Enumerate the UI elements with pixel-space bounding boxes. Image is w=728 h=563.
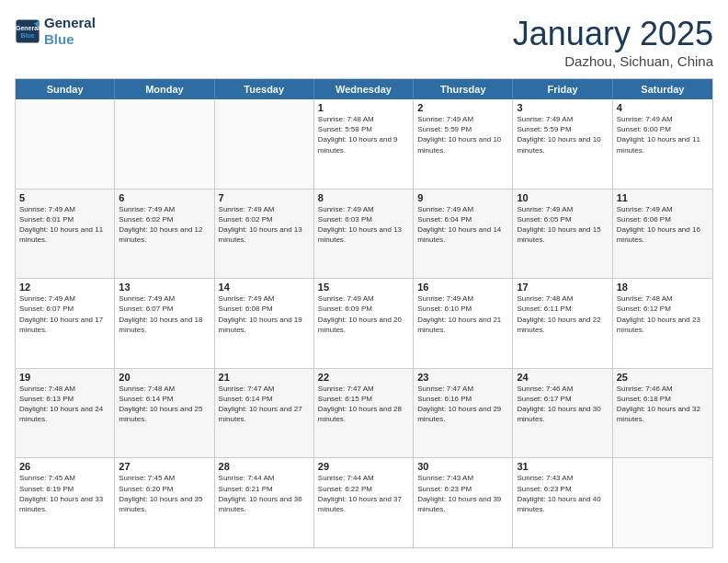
svg-text:Blue: Blue: [20, 32, 34, 39]
logo-text-line1: General: [44, 15, 96, 31]
day-number: 17: [517, 282, 608, 293]
cell-info: Sunrise: 7:48 AM Sunset: 6:12 PM Dayligh…: [617, 293, 709, 335]
calendar-cell: 18Sunrise: 7:48 AM Sunset: 6:12 PM Dayli…: [613, 279, 712, 368]
cell-info: Sunrise: 7:43 AM Sunset: 6:23 PM Dayligh…: [517, 473, 608, 514]
cell-info: Sunrise: 7:49 AM Sunset: 6:10 PM Dayligh…: [417, 293, 508, 335]
cell-info: Sunrise: 7:49 AM Sunset: 6:07 PM Dayligh…: [19, 293, 110, 335]
calendar-cell: 29Sunrise: 7:44 AM Sunset: 6:22 PM Dayli…: [314, 458, 414, 547]
day-number: 13: [119, 282, 210, 293]
title-block: January 2025 Dazhou, Sichuan, China: [513, 15, 713, 69]
calendar-row-4: 26Sunrise: 7:45 AM Sunset: 6:19 PM Dayli…: [16, 457, 712, 547]
calendar-cell: 24Sunrise: 7:46 AM Sunset: 6:17 PM Dayli…: [513, 369, 612, 458]
day-number: 8: [318, 192, 409, 203]
cell-info: Sunrise: 7:44 AM Sunset: 6:21 PM Dayligh…: [219, 473, 310, 514]
calendar-cell: [613, 458, 712, 547]
day-number: 28: [219, 461, 310, 472]
header-sunday: Sunday: [16, 79, 115, 99]
calendar-cell: 9Sunrise: 7:49 AM Sunset: 6:04 PM Daylig…: [414, 190, 513, 279]
calendar-cell: 22Sunrise: 7:47 AM Sunset: 6:15 PM Dayli…: [314, 369, 414, 458]
logo: General Blue General Blue: [15, 15, 96, 48]
cell-info: Sunrise: 7:49 AM Sunset: 6:06 PM Dayligh…: [617, 204, 709, 246]
calendar-cell: 15Sunrise: 7:49 AM Sunset: 6:09 PM Dayli…: [314, 279, 414, 368]
calendar-cell: 21Sunrise: 7:47 AM Sunset: 6:14 PM Dayli…: [215, 369, 314, 458]
calendar-cell: 1Sunrise: 7:48 AM Sunset: 5:58 PM Daylig…: [314, 99, 414, 189]
cell-info: Sunrise: 7:47 AM Sunset: 6:16 PM Dayligh…: [417, 384, 508, 425]
cell-info: Sunrise: 7:47 AM Sunset: 6:14 PM Dayligh…: [219, 384, 310, 425]
logo-text-line2: Blue: [44, 31, 96, 48]
day-number: 21: [219, 372, 310, 383]
day-number: 23: [417, 372, 508, 383]
calendar-cell: 31Sunrise: 7:43 AM Sunset: 6:23 PM Dayli…: [513, 458, 612, 547]
calendar-row-2: 12Sunrise: 7:49 AM Sunset: 6:07 PM Dayli…: [16, 278, 712, 368]
day-number: 25: [617, 372, 709, 383]
day-number: 24: [517, 372, 608, 383]
day-number: 16: [417, 282, 508, 293]
calendar-cell: 16Sunrise: 7:49 AM Sunset: 6:10 PM Dayli…: [414, 279, 513, 368]
calendar-cell: 11Sunrise: 7:49 AM Sunset: 6:06 PM Dayli…: [613, 190, 712, 279]
location: Dazhou, Sichuan, China: [513, 53, 713, 69]
calendar-cell: 28Sunrise: 7:44 AM Sunset: 6:21 PM Dayli…: [215, 458, 314, 547]
calendar-cell: [16, 99, 115, 189]
calendar-header: Sunday Monday Tuesday Wednesday Thursday…: [16, 79, 712, 99]
calendar-cell: 7Sunrise: 7:49 AM Sunset: 6:02 PM Daylig…: [215, 190, 314, 279]
cell-info: Sunrise: 7:49 AM Sunset: 6:00 PM Dayligh…: [617, 114, 709, 155]
calendar-cell: 17Sunrise: 7:48 AM Sunset: 6:11 PM Dayli…: [513, 279, 612, 368]
cell-info: Sunrise: 7:49 AM Sunset: 6:08 PM Dayligh…: [219, 293, 310, 335]
day-number: 19: [19, 372, 110, 383]
calendar-cell: 20Sunrise: 7:48 AM Sunset: 6:14 PM Dayli…: [115, 369, 214, 458]
calendar-cell: 19Sunrise: 7:48 AM Sunset: 6:13 PM Dayli…: [16, 369, 115, 458]
day-number: 20: [119, 372, 210, 383]
day-number: 1: [318, 102, 409, 113]
calendar-cell: 23Sunrise: 7:47 AM Sunset: 6:16 PM Dayli…: [414, 369, 513, 458]
calendar-cell: 25Sunrise: 7:46 AM Sunset: 6:18 PM Dayli…: [613, 369, 712, 458]
day-number: 14: [219, 282, 310, 293]
cell-info: Sunrise: 7:43 AM Sunset: 6:23 PM Dayligh…: [417, 473, 508, 514]
day-number: 26: [19, 461, 110, 472]
day-number: 4: [617, 102, 709, 113]
header-monday: Monday: [115, 79, 214, 99]
day-number: 3: [517, 102, 608, 113]
cell-info: Sunrise: 7:49 AM Sunset: 6:05 PM Dayligh…: [517, 204, 608, 246]
day-number: 15: [318, 282, 409, 293]
calendar-cell: [115, 99, 214, 189]
day-number: 22: [318, 372, 409, 383]
calendar-row-1: 5Sunrise: 7:49 AM Sunset: 6:01 PM Daylig…: [16, 189, 712, 279]
day-number: 29: [318, 461, 409, 472]
logo-icon: General Blue: [15, 18, 40, 44]
header-thursday: Thursday: [414, 79, 513, 99]
cell-info: Sunrise: 7:46 AM Sunset: 6:17 PM Dayligh…: [517, 384, 608, 425]
day-number: 5: [19, 192, 110, 203]
calendar-cell: 3Sunrise: 7:49 AM Sunset: 5:59 PM Daylig…: [513, 99, 612, 189]
calendar-cell: 12Sunrise: 7:49 AM Sunset: 6:07 PM Dayli…: [16, 279, 115, 368]
month-title: January 2025: [513, 15, 713, 53]
calendar-cell: 27Sunrise: 7:45 AM Sunset: 6:20 PM Dayli…: [115, 458, 214, 547]
calendar-cell: 10Sunrise: 7:49 AM Sunset: 6:05 PM Dayli…: [513, 190, 612, 279]
day-number: 6: [119, 192, 210, 203]
header-tuesday: Tuesday: [215, 79, 314, 99]
calendar-cell: 8Sunrise: 7:49 AM Sunset: 6:03 PM Daylig…: [314, 190, 414, 279]
calendar-cell: 2Sunrise: 7:49 AM Sunset: 5:59 PM Daylig…: [414, 99, 513, 189]
header-wednesday: Wednesday: [314, 79, 414, 99]
calendar-cell: 26Sunrise: 7:45 AM Sunset: 6:19 PM Dayli…: [16, 458, 115, 547]
cell-info: Sunrise: 7:49 AM Sunset: 5:59 PM Dayligh…: [417, 114, 508, 155]
day-number: 30: [417, 461, 508, 472]
day-number: 9: [417, 192, 508, 203]
cell-info: Sunrise: 7:48 AM Sunset: 6:14 PM Dayligh…: [119, 384, 210, 425]
calendar-cell: 14Sunrise: 7:49 AM Sunset: 6:08 PM Dayli…: [215, 279, 314, 368]
cell-info: Sunrise: 7:46 AM Sunset: 6:18 PM Dayligh…: [617, 384, 709, 425]
cell-info: Sunrise: 7:47 AM Sunset: 6:15 PM Dayligh…: [318, 384, 409, 425]
day-number: 31: [517, 461, 608, 472]
calendar-row-3: 19Sunrise: 7:48 AM Sunset: 6:13 PM Dayli…: [16, 368, 712, 458]
cell-info: Sunrise: 7:49 AM Sunset: 6:03 PM Dayligh…: [318, 204, 409, 246]
cell-info: Sunrise: 7:48 AM Sunset: 6:13 PM Dayligh…: [19, 384, 110, 425]
day-number: 18: [617, 282, 709, 293]
cell-info: Sunrise: 7:49 AM Sunset: 6:02 PM Dayligh…: [119, 204, 210, 246]
calendar-row-0: 1Sunrise: 7:48 AM Sunset: 5:58 PM Daylig…: [16, 99, 712, 189]
calendar-cell: 5Sunrise: 7:49 AM Sunset: 6:01 PM Daylig…: [16, 190, 115, 279]
cell-info: Sunrise: 7:45 AM Sunset: 6:20 PM Dayligh…: [119, 473, 210, 514]
cell-info: Sunrise: 7:49 AM Sunset: 6:09 PM Dayligh…: [318, 293, 409, 335]
day-number: 7: [219, 192, 310, 203]
calendar-body: 1Sunrise: 7:48 AM Sunset: 5:58 PM Daylig…: [16, 99, 712, 547]
page: General Blue General Blue January 2025 D…: [0, 0, 728, 563]
day-number: 11: [617, 192, 709, 203]
